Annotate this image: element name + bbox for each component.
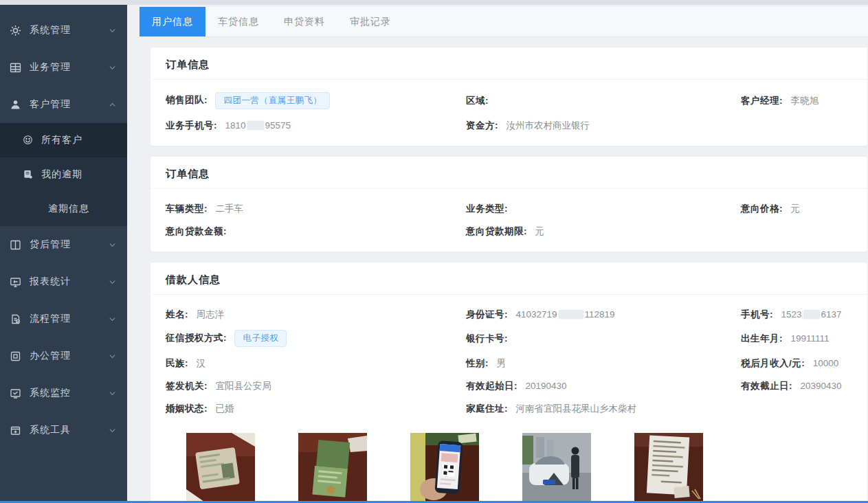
id-number-field: 身份证号: 41032719112819 [466,308,741,321]
phone-qr-code-photo[interactable] [410,433,479,503]
bank-card-field: 银行卡号: [466,332,741,345]
field-label: 姓名: [166,309,188,320]
card-title: 订单信息 [166,58,210,70]
income-field: 税后月收入/元: 10000 [741,357,852,370]
field-row: 业务手机号: 181095575 资金方: 汝州市农村商业银行 [166,118,852,132]
field-label: 有效截止日: [741,381,792,391]
sidebar-item-label: 系统工具 [30,424,71,436]
tab-loan-application-docs[interactable]: 申贷资料 [271,7,337,36]
field-label: 身份证号: [466,309,508,320]
field-label: 资金方: [466,120,498,131]
sales-team-tag: 四团一营（直属王鹏飞） [215,92,330,109]
chevron-down-icon [109,315,116,323]
field-value: 20390430 [800,381,841,391]
field-value: 宜阳县公安局 [215,381,271,391]
field-row: 征信授权方式: 电子授权 银行卡号: 出生年月: 19911111 [166,330,852,347]
field-label: 业务手机号: [166,120,217,131]
sidebar-subitem-my-overdue[interactable]: 我的逾期 [0,157,127,192]
sales-team-field: 销售团队: 四团一营（直属王鹏飞） [166,92,466,109]
user-icon [10,99,21,111]
sidebar-item-office-management[interactable]: 办公管理 [0,337,127,375]
sidebar-item-label: 办公管理 [30,350,71,362]
field-label: 手机号: [741,309,773,320]
chevron-down-icon [109,27,116,34]
field-label: 区域: [466,96,489,106]
field-label: 婚姻状态: [166,403,208,414]
sidebar-item-system-tools[interactable]: 系统工具 [0,412,127,449]
intent-loan-amount-field: 意向贷款金额: [166,225,466,238]
sidebar-item-system-monitor[interactable]: 系统监控 [0,375,127,412]
field-value: 1810 [225,120,245,131]
name-field: 姓名: 周志洋 [166,308,466,321]
sidebar-item-label: 报表统计 [30,276,71,288]
field-label: 性别: [466,358,489,368]
field-label: 有效起始日: [466,381,518,391]
tab-user-info[interactable]: 用户信息 [140,7,205,36]
sidebar-subitem-all-customers[interactable]: 所有客户 [0,123,127,157]
field-label: 出生年月: [741,333,783,344]
sidebar-item-postloan-management[interactable]: 贷后管理 [0,226,127,263]
sidebar-item-system-management[interactable]: 系统管理 [0,12,127,49]
field-row: 婚姻状态: 已婚 家庭住址: 河南省宜阳县花果山乡木柴村 [166,401,852,415]
sidebar-item-report-statistics[interactable]: 报表统计 [0,263,127,300]
sidebar-item-customer-management[interactable]: 客户管理 [0,86,127,123]
card-header: 订单信息 [151,47,867,80]
tab-car-loan-info[interactable]: 车贷信息 [205,7,271,36]
field-value: 已婚 [215,403,234,414]
id-card-photo[interactable] [186,433,255,503]
field-value: 1523 [781,309,801,320]
field-value: 汉 [196,358,205,368]
e-auth-tag: 电子授权 [234,330,287,347]
field-label: 税后月收入/元: [741,358,805,368]
customer-management-submenu: 所有客户 我的逾期 逾期信息 [0,123,127,226]
field-value: 河南省宜阳县花果山乡木柴村 [515,403,636,414]
document-photos-row [186,433,852,503]
box-plus-icon [10,425,21,436]
sidebar-subitem-overdue-info[interactable]: 逾期信息 [0,192,127,226]
field-value: 41032719 [515,309,557,320]
valid-to-field: 有效截止日: 20390430 [741,379,852,392]
field-row: 签发机关: 宜阳县公安局 有效起始日: 20190430 有效截止日: 2039… [166,379,852,392]
field-label: 客户经理: [741,96,783,106]
field-value: 元 [535,226,544,236]
monitor-icon [10,276,21,288]
sidebar-item-business-management[interactable]: 业务管理 [0,49,127,86]
birth-field: 出生年月: 19911111 [741,332,852,345]
field-value: 19911111 [790,333,829,344]
redaction-blur [803,310,820,319]
sidebar-item-label: 流程管理 [30,313,71,325]
sidebar-item-process-management[interactable]: 流程管理 [0,300,127,337]
sidebar-subitem-label: 我的逾期 [41,168,82,181]
credit-auth-field: 征信授权方式: 电子授权 [166,330,466,347]
business-phone-field: 业务手机号: 181095575 [166,119,466,132]
field-value: 二手车 [215,203,243,214]
document-edit-icon [10,313,21,325]
sidebar: 系统管理 业务管理 客户管理 所有客户 我的逾期 逾期信息 [0,0,127,503]
top-strip [0,0,868,5]
sidebar-item-label: 系统监控 [30,387,71,399]
table-icon [10,62,21,74]
field-label: 征信授权方式: [166,333,227,343]
mobile-field: 手机号: 15236137 [741,308,852,321]
field-value: 6137 [821,309,842,320]
square-in-square-icon [10,350,21,362]
field-label: 意向价格: [741,203,783,214]
field-value: 112819 [585,309,615,320]
chevron-down-icon [109,278,116,286]
redaction-blur [559,310,583,319]
gender-field: 性别: 男 [466,357,741,370]
field-row: 销售团队: 四团一营（直属王鹏飞） 区域: 客户经理: 李晓旭 [166,92,852,109]
chevron-down-icon [109,241,116,249]
handwritten-document-photo[interactable] [634,433,703,503]
person-with-car-photo[interactable] [522,433,591,503]
business-type-field: 业务类型: [466,202,741,215]
vehicle-order-info-card: 订单信息 车辆类型: 二手车 业务类型: 意向价格: 元 意向贷款金额 [150,156,868,252]
field-value: 10000 [813,358,839,368]
tab-approval-records[interactable]: 审批记录 [337,7,403,36]
field-label: 家庭住址: [466,403,508,414]
sidebar-item-label: 贷后管理 [30,238,71,251]
marital-status-field: 婚姻状态: 已婚 [166,402,466,415]
field-value: 95575 [265,120,291,131]
issuing-authority-field: 签发机关: 宜阳县公安局 [166,379,466,392]
green-booklet-photo[interactable] [298,433,367,503]
